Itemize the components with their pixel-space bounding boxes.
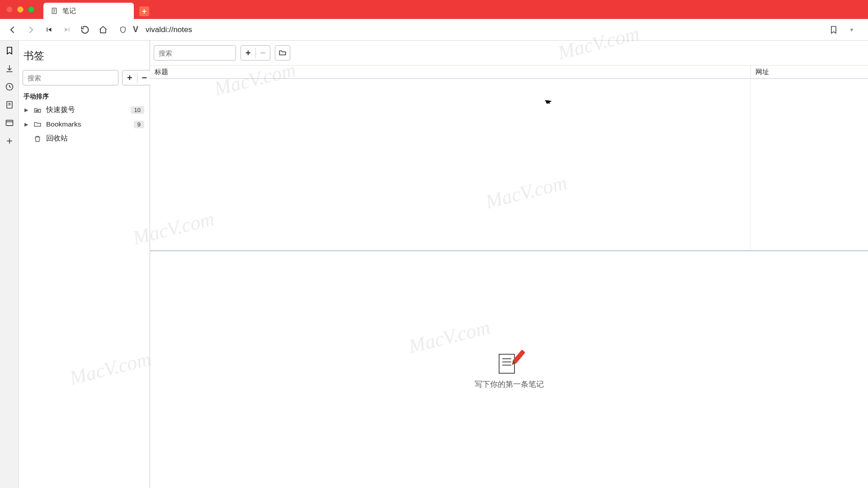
trash-icon (33, 135, 42, 143)
fast-forward-button[interactable] (59, 22, 75, 38)
window-close-button[interactable] (6, 6, 13, 13)
window-controls (6, 6, 34, 13)
tree-item-bookmarks[interactable]: ▶ Bookmarks 9 (19, 117, 150, 131)
tree-item-count: 9 (134, 121, 144, 128)
tab-notes[interactable]: 笔记 (43, 3, 134, 19)
column-url[interactable]: 网址 (750, 66, 868, 78)
svg-marker-5 (48, 28, 51, 32)
tree-item-label: 快速拨号 (46, 105, 126, 115)
notes-icon (51, 7, 58, 14)
new-tab-button[interactable]: + (139, 6, 149, 16)
list-columns: 标题 网址 (150, 65, 868, 79)
panel-title: 书签 (19, 41, 150, 70)
shield-icon[interactable] (117, 23, 129, 36)
rail-notes-button[interactable] (3, 99, 16, 111)
empty-caption: 写下你的第一条笔记 (475, 379, 544, 389)
workspace: 书签 + − 手动排序 ▶ 快速拨号 10 ▶ (0, 41, 868, 488)
column-title[interactable]: 标题 (150, 66, 750, 78)
main-add-remove-button[interactable]: + − (241, 45, 270, 61)
column-title-label: 标题 (155, 68, 168, 76)
window-minimize-button[interactable] (17, 6, 24, 13)
svg-marker-6 (65, 28, 68, 32)
main-remove-button[interactable]: − (255, 48, 270, 58)
svg-rect-7 (68, 28, 69, 32)
chevron-right-icon: ▶ (24, 122, 29, 127)
column-divider[interactable] (750, 79, 750, 250)
svg-rect-17 (36, 110, 37, 111)
svg-rect-4 (47, 28, 47, 32)
reload-button[interactable] (77, 22, 93, 38)
main-toolbar: + − (150, 41, 868, 65)
tab-strip: 笔记 + (43, 0, 149, 19)
tree-item-trash[interactable]: 回收站 (19, 131, 150, 146)
rail-add-panel-button[interactable] (3, 135, 16, 147)
column-url-label: 网址 (755, 68, 769, 76)
main-new-folder-button[interactable] (275, 45, 290, 61)
panel-search-input[interactable] (23, 70, 118, 85)
back-button[interactable] (5, 22, 21, 38)
plus-icon: + (142, 7, 147, 16)
empty-state: 写下你的第一条笔记 (475, 350, 544, 389)
bookmark-page-button[interactable] (826, 22, 842, 38)
rail-window-button[interactable] (3, 117, 16, 129)
main-search-input[interactable] (154, 45, 236, 61)
folder-icon (33, 120, 42, 128)
forward-button[interactable] (23, 22, 39, 38)
panel-rail (0, 41, 19, 488)
rewind-button[interactable] (41, 22, 57, 38)
minus-icon: − (260, 48, 265, 58)
list-area[interactable] (150, 79, 868, 251)
panel-remove-button[interactable]: − (137, 73, 152, 83)
address-bar: V vivaldi://notes ▼ (0, 19, 868, 41)
address-menu-button[interactable]: ▼ (844, 22, 860, 38)
rail-downloads-button[interactable] (3, 62, 16, 75)
bookmark-tree: ▶ 快速拨号 10 ▶ Bookmarks 9 回收站 (19, 103, 150, 146)
titlebar: 笔记 + (0, 0, 868, 19)
rail-bookmarks-button[interactable] (3, 44, 16, 57)
site-badge-icon[interactable]: V (129, 23, 142, 36)
bookmarks-panel: 书签 + − 手动排序 ▶ 快速拨号 10 ▶ (19, 41, 150, 488)
panel-add-button[interactable]: + (123, 73, 137, 83)
tree-item-label: Bookmarks (46, 120, 129, 128)
note-pencil-icon (499, 350, 519, 374)
address-url[interactable]: vivaldi://notes (142, 23, 820, 36)
main-add-button[interactable]: + (241, 48, 255, 58)
minus-icon: − (142, 73, 147, 83)
rail-history-button[interactable] (3, 80, 16, 93)
tab-title: 笔记 (62, 7, 76, 15)
window-maximize-button[interactable] (28, 6, 34, 13)
tree-item-speeddial[interactable]: ▶ 快速拨号 10 (19, 103, 150, 117)
tree-item-count: 10 (131, 106, 144, 114)
main-area: + − 标题 网址 写下你的第一条笔记 MacV.com MacV (150, 41, 868, 488)
address-field-wrap: V vivaldi://notes (117, 22, 820, 38)
chevron-right-icon: ▶ (24, 107, 29, 113)
tree-item-label: 回收站 (46, 134, 144, 143)
site-badge-label: V (133, 25, 138, 34)
plus-icon: + (245, 48, 251, 58)
panel-add-remove-button[interactable]: + − (122, 70, 152, 85)
cursor-icon (546, 98, 552, 106)
detail-area: 写下你的第一条笔记 (150, 251, 868, 488)
svg-rect-13 (6, 120, 13, 126)
speeddial-folder-icon (33, 106, 42, 114)
panel-section-label: 手动排序 (19, 90, 150, 103)
svg-rect-18 (38, 110, 38, 111)
home-button[interactable] (95, 22, 111, 38)
plus-icon: + (127, 73, 132, 83)
panel-toolbar: + − (19, 70, 150, 90)
